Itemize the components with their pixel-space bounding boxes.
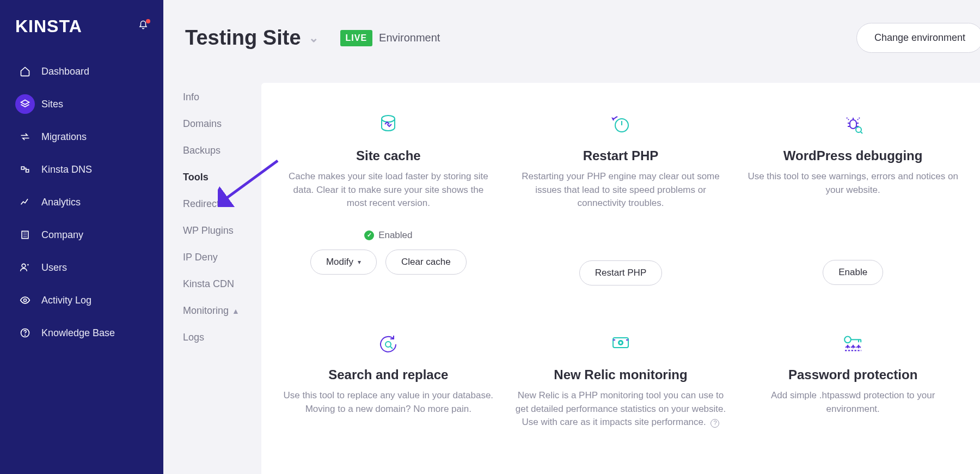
subnav-item-redirects[interactable]: Redirects xyxy=(183,191,261,217)
svg-point-1 xyxy=(22,264,26,268)
sidebar-item-migrations[interactable]: Migrations xyxy=(0,120,163,153)
chevron-down-icon: ▾ xyxy=(358,258,361,266)
svg-point-2 xyxy=(24,299,27,302)
svg-point-10 xyxy=(385,342,391,347)
tool-actions: Restart PHP xyxy=(516,260,726,285)
tool-card-search-replace: Search and replace Use this tool to repl… xyxy=(283,329,494,429)
sidebar-item-label: Users xyxy=(41,262,67,274)
sidebar-item-company[interactable]: Company xyxy=(0,218,163,251)
monitoring-icon xyxy=(516,329,726,357)
site-name: Testing Site xyxy=(185,26,301,50)
sidebar-item-dashboard[interactable]: Dashboard xyxy=(0,55,163,88)
chart-icon xyxy=(15,192,35,212)
tool-description: Restarting your PHP engine may clear out… xyxy=(516,170,726,210)
svg-point-4 xyxy=(25,335,26,336)
site-subnav: Info Domains Backups Tools Redirects WP … xyxy=(163,71,261,351)
subnav-item-logs[interactable]: Logs xyxy=(183,324,261,351)
tool-description: Use this tool to see warnings, errors an… xyxy=(748,170,958,197)
sidebar-item-label: Migrations xyxy=(41,131,87,143)
transfer-icon xyxy=(15,127,35,147)
tool-card-new-relic: New Relic monitoring New Relic is a PHP … xyxy=(516,329,726,429)
modify-cache-button[interactable]: Modify ▾ xyxy=(310,250,377,275)
tool-card-restart-php: Restart PHP Restarting your PHP engine m… xyxy=(516,110,726,285)
tool-card-site-cache: Site cache Cache makes your site load fa… xyxy=(283,110,494,285)
tool-description: New Relic is a PHP monitoring tool you c… xyxy=(516,389,726,429)
sidebar-item-knowledge-base[interactable]: Knowledge Base xyxy=(0,317,163,349)
sidebar-item-label: Kinsta DNS xyxy=(41,164,92,175)
tools-grid: Site cache Cache makes your site load fa… xyxy=(283,110,958,429)
sidebar-item-label: Knowledge Base xyxy=(41,327,115,339)
chevron-down-icon[interactable]: ⌄ xyxy=(309,31,318,45)
notifications-bell[interactable] xyxy=(138,20,148,33)
sidebar: KINSTA Dashboard Sites Migrations Kinsta… xyxy=(0,0,163,474)
tool-description: Use this tool to replace any value in yo… xyxy=(283,389,494,416)
password-icon xyxy=(748,329,958,357)
subnav-item-kinsta-cdn[interactable]: Kinsta CDN xyxy=(183,271,261,297)
restart-php-button[interactable]: Restart PHP xyxy=(579,260,662,285)
home-icon xyxy=(15,62,35,81)
svg-point-9 xyxy=(856,127,861,132)
notification-dot xyxy=(146,19,150,23)
status-label: Enabled xyxy=(378,230,412,241)
tool-status: ✓ Enabled xyxy=(283,230,494,241)
users-icon xyxy=(15,258,35,277)
svg-point-14 xyxy=(844,336,851,343)
page-title: Testing Site ⌄ xyxy=(185,26,318,50)
warning-icon: ▲ xyxy=(232,307,240,315)
tool-title: Password protection xyxy=(748,367,958,382)
page-header: Testing Site ⌄ LIVE Environment Change e… xyxy=(185,26,980,50)
svg-point-13 xyxy=(620,342,622,344)
sidebar-item-label: Analytics xyxy=(41,197,81,208)
environment-label: Environment xyxy=(379,32,440,44)
subnav-item-monitoring[interactable]: Monitoring ▲ xyxy=(183,297,261,324)
tool-title: Search and replace xyxy=(283,367,494,382)
subnav-item-backups[interactable]: Backups xyxy=(183,137,261,164)
cache-icon xyxy=(283,110,494,138)
svg-point-6 xyxy=(382,116,395,122)
sidebar-nav: Dashboard Sites Migrations Kinsta DNS An… xyxy=(0,55,163,349)
tool-title: WordPress debugging xyxy=(748,148,958,163)
sidebar-item-analytics[interactable]: Analytics xyxy=(0,186,163,218)
tool-title: Restart PHP xyxy=(516,148,726,163)
tool-title: Site cache xyxy=(283,148,494,163)
subnav-item-domains[interactable]: Domains xyxy=(183,111,261,137)
subnav-item-tools[interactable]: Tools xyxy=(183,164,261,191)
tools-panel: Site cache Cache makes your site load fa… xyxy=(261,83,980,474)
info-icon[interactable]: ? xyxy=(710,419,719,428)
brand-logo: KINSTA xyxy=(15,16,82,37)
sidebar-item-sites[interactable]: Sites xyxy=(0,88,163,120)
sidebar-item-label: Sites xyxy=(41,99,63,110)
change-environment-button[interactable]: Change environment xyxy=(856,23,980,53)
sidebar-item-users[interactable]: Users xyxy=(0,251,163,284)
sidebar-item-label: Dashboard xyxy=(41,66,89,77)
subnav-item-ip-deny[interactable]: IP Deny xyxy=(183,244,261,271)
tool-actions: Enable xyxy=(748,260,958,285)
search-replace-icon xyxy=(283,329,494,357)
tool-card-wp-debugging: WordPress debugging Use this tool to see… xyxy=(748,110,958,285)
dns-icon xyxy=(15,160,35,179)
enable-debugging-button[interactable]: Enable xyxy=(823,260,883,285)
sidebar-item-label: Company xyxy=(41,229,83,241)
tool-actions: Modify ▾ Clear cache xyxy=(283,250,494,275)
bug-icon xyxy=(748,110,958,138)
live-badge: LIVE xyxy=(340,30,373,46)
svg-rect-8 xyxy=(850,120,856,129)
building-icon xyxy=(15,225,35,245)
sidebar-item-activity-log[interactable]: Activity Log xyxy=(0,284,163,317)
sidebar-item-dns[interactable]: Kinsta DNS xyxy=(0,153,163,186)
restart-icon xyxy=(516,110,726,138)
tool-card-password-protection: Password protection Add simple .htpasswd… xyxy=(748,329,958,429)
subnav-item-wp-plugins[interactable]: WP Plugins xyxy=(183,217,261,244)
tool-description: Add simple .htpasswd protection to your … xyxy=(748,389,958,416)
clear-cache-button[interactable]: Clear cache xyxy=(385,250,467,275)
tool-description: Cache makes your site load faster by sto… xyxy=(283,170,494,210)
help-icon xyxy=(15,323,35,343)
logo-row: KINSTA xyxy=(0,11,163,55)
svg-rect-0 xyxy=(22,231,28,238)
tool-title: New Relic monitoring xyxy=(516,367,726,382)
eye-icon xyxy=(15,290,35,310)
check-icon: ✓ xyxy=(364,230,374,240)
layers-icon xyxy=(15,94,35,114)
subnav-item-info[interactable]: Info xyxy=(183,84,261,111)
sidebar-item-label: Activity Log xyxy=(41,295,91,306)
